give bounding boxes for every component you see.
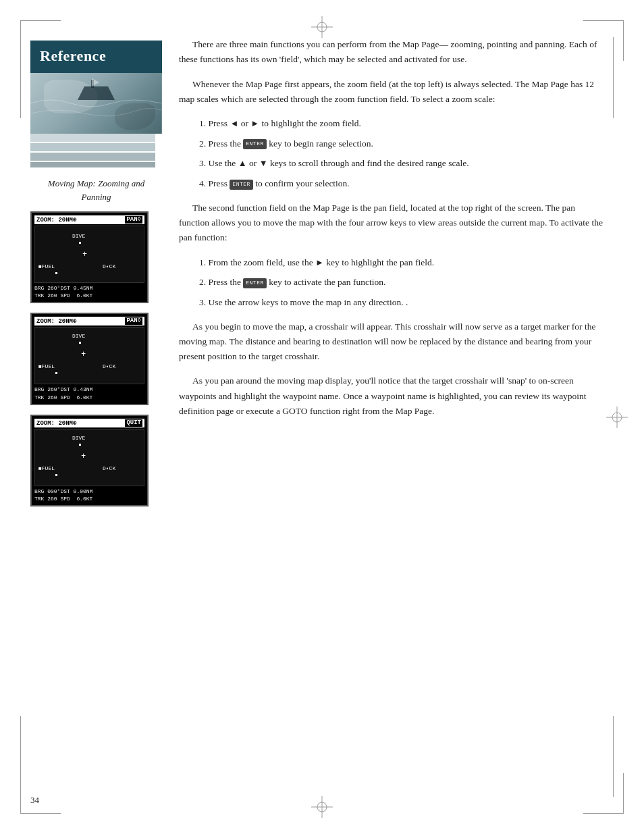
- svg-rect-13: [30, 134, 155, 142]
- waypoint-dock-2: D▪CK: [103, 363, 115, 369]
- enter-key-1: ENTER: [243, 139, 267, 149]
- right-margin-line-bottom: [613, 716, 614, 797]
- sidebar-subtitle: Moving Map: Zooming and Panning: [30, 177, 162, 203]
- waypoint-dock-3: D▪CK: [103, 465, 115, 471]
- waypoint-fuel-3: ■FUEL: [38, 465, 55, 471]
- svg-rect-15: [30, 153, 155, 161]
- gps-screen-2-bottom: BRG 260°DST 9.43NM TRK 260 SPD 6.0KT: [34, 386, 144, 400]
- zoom-step-1: Press ◄ or ► to highlight the zoom field…: [199, 116, 607, 131]
- left-margin-line-bottom: [20, 716, 21, 797]
- up-arrow: ▲: [238, 158, 247, 168]
- pan-step-3: Use the arrow keys to move the map in an…: [199, 295, 607, 310]
- svg-rect-16: [30, 162, 155, 167]
- sidebar: Reference Moving Map: Zooming and Pannin…: [30, 41, 162, 506]
- main-content: There are three main functions you can p…: [179, 37, 607, 793]
- waypoint-dive-1: DIVE: [72, 233, 85, 239]
- gps-screen-3-topbar: ZOOM: 20NM⊕ QUIT: [34, 419, 144, 427]
- reference-title: Reference: [40, 47, 153, 65]
- page-number: 34: [30, 795, 39, 806]
- intro-paragraph: There are three main functions you can p…: [179, 37, 607, 68]
- gps-screen-2-topbar: ZOOM: 20NM⊕ PAN◊: [34, 317, 144, 325]
- gps-screens-container: ZOOM: 20NM⊕ PAN◊ DIVE ■FUEL D▪CK + BRG 2…: [30, 211, 162, 506]
- enter-key-3: ENTER: [243, 278, 267, 288]
- pan-step-2: Press the ENTER key to activate the pan …: [199, 275, 607, 290]
- snap-paragraph: As you pan around the moving map display…: [179, 373, 607, 419]
- pan-steps-list: From the zoom field, use the ► key to hi…: [199, 255, 607, 310]
- zoom-steps-list: Press ◄ or ► to highlight the zoom field…: [199, 116, 607, 191]
- sidebar-map-decoration: [30, 73, 162, 134]
- top-crosshair: [310, 15, 334, 39]
- svg-rect-14: [30, 143, 155, 151]
- zoom-step-4: Press ENTER to confirm your selection.: [199, 176, 607, 191]
- pan-step-1: From the zoom field, use the ► key to hi…: [199, 255, 607, 270]
- gps-screen-2: ZOOM: 20NM⊕ PAN◊ DIVE ■FUEL D▪CK + BRG 2…: [30, 313, 149, 405]
- right-crosshair: [605, 405, 629, 429]
- right-arrow: ►: [250, 118, 259, 128]
- enter-key-2: ENTER: [230, 180, 253, 190]
- left-margin-line-top: [20, 37, 21, 118]
- waypoint-fuel-2: ■FUEL: [38, 363, 55, 369]
- gps-screen-1-topbar: ZOOM: 20NM⊕ PAN◊: [34, 215, 144, 224]
- zoom-step-2: Press the ENTER key to begin range selec…: [199, 136, 607, 151]
- zoom-intro-paragraph: Whenever the Map Page first appears, the…: [179, 77, 607, 107]
- gps-screen-3-map: DIVE ■FUEL D▪CK +: [34, 429, 144, 486]
- zoom-step-3: Use the ▲ or ▼ keys to scroll through an…: [199, 156, 607, 171]
- down-arrow: ▼: [259, 158, 268, 168]
- crosshair-paragraph: As you begin to move the map, a crosshai…: [179, 319, 607, 365]
- pan-intro-paragraph: The second function field on the Map Pag…: [179, 201, 607, 246]
- bottom-crosshair: [310, 795, 334, 819]
- svg-marker-9: [78, 86, 115, 100]
- waypoint-fuel-1: ■FUEL: [38, 263, 55, 269]
- left-arrow: ◄: [230, 118, 238, 128]
- reference-box: Reference: [30, 41, 162, 73]
- svg-marker-11: [92, 78, 99, 86]
- gps-screen-1-map: DIVE ■FUEL D▪CK +: [34, 226, 144, 283]
- waypoint-dock-1: D▪CK: [103, 263, 115, 269]
- gps-screen-3-bottom: BRG 000°DST 0.00NM TRK 260 SPD 6.0KT: [34, 488, 144, 502]
- main-text-body: There are three main functions you can p…: [179, 37, 607, 419]
- corner-border-bl: [20, 773, 61, 814]
- gps-screen-3: ZOOM: 20NM⊕ QUIT DIVE ■FUEL D▪CK + BRG 0…: [30, 415, 149, 506]
- gps-screen-2-map: DIVE ■FUEL D▪CK +: [34, 327, 144, 384]
- sidebar-tabs: [30, 134, 162, 170]
- right-margin-line-top: [613, 37, 614, 118]
- crosshair-marker-1: +: [82, 250, 87, 259]
- gps-screen-1-bottom: BRG 260°DST 9.45NM TRK 260 SPD 6.0KT: [34, 284, 144, 299]
- crosshair-marker-3: +: [81, 452, 86, 461]
- waypoint-dive-3: DIVE: [72, 435, 85, 441]
- waypoint-dive-2: DIVE: [72, 333, 85, 339]
- gps-screen-1: ZOOM: 20NM⊕ PAN◊ DIVE ■FUEL D▪CK + BRG 2…: [30, 211, 149, 303]
- crosshair-marker-2: +: [81, 350, 86, 359]
- right-arrow-pan: ►: [315, 257, 324, 267]
